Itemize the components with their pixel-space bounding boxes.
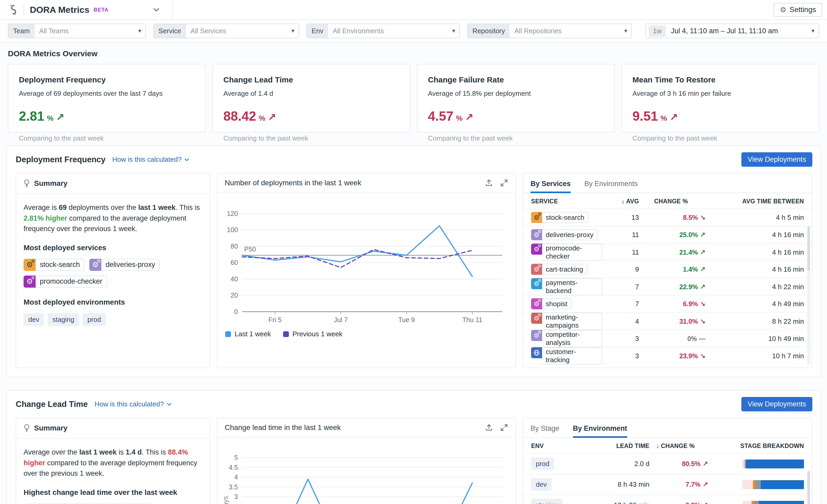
export-icon[interactable] bbox=[485, 424, 493, 432]
top-bar: DORA Metrics BETA ⚙ Settings bbox=[0, 0, 827, 20]
service-chip[interactable]: ⚙⚙competitor-analysis bbox=[531, 330, 602, 347]
clt-table-header: ENV LEAD TIME ↓CHANGE % STAGE BREAKDOWN bbox=[523, 438, 812, 453]
col-env: ENV bbox=[531, 443, 571, 450]
col-avg-time: AVG TIME BETWEEN bbox=[715, 198, 804, 205]
env-tag[interactable]: prod bbox=[531, 457, 554, 470]
table-row[interactable]: dev8 h 43 min7.7%↗ bbox=[523, 474, 812, 495]
df-summary-card: Summary Average is 69 deployments over t… bbox=[16, 173, 210, 368]
filter-team[interactable]: TeamAll Teams▾ bbox=[8, 23, 146, 38]
service-chip[interactable]: ⚙⚙promocode-checker bbox=[23, 276, 107, 288]
legend-item[interactable]: Last 1 week bbox=[225, 330, 271, 338]
fullscreen-icon[interactable] bbox=[500, 179, 508, 187]
svg-text:Thu 11: Thu 11 bbox=[462, 316, 482, 324]
caret-down-icon: ▾ bbox=[291, 27, 294, 34]
table-row[interactable]: ⚙⚙cart-tracking91.4%↗4 h 16 min bbox=[523, 260, 812, 278]
table-row[interactable]: ⚙⚙deliveries-proxy1125.0%↗4 h 16 min bbox=[523, 226, 812, 243]
change-percent: 21.4%↗ bbox=[639, 248, 715, 256]
metric-card-title: Change Failure Rate bbox=[428, 75, 603, 84]
service-chip[interactable]: ⚙⚙cart-tracking bbox=[531, 264, 602, 275]
service-chip[interactable]: ⚙⚙deliveries-proxy bbox=[89, 259, 160, 271]
deployments-line-chart[interactable]: 020406080100120Fri 5Jul 7Tue 9Thu 11P50 bbox=[223, 197, 509, 327]
clt-chart-plot[interactable]: 00.511.522.533.544.55Fri 5Jul 7Tue 9Thu … bbox=[217, 438, 516, 504]
avg-time-between: 4 h 22 min bbox=[715, 283, 804, 291]
how-calculated-link[interactable]: How is this calculated? bbox=[112, 156, 189, 164]
sort-down-icon[interactable]: ↓ bbox=[656, 443, 660, 449]
gears-icon: ⚙⚙ bbox=[531, 330, 542, 341]
env-tag[interactable]: prod bbox=[83, 313, 106, 326]
filter-env[interactable]: EnvAll Environments▾ bbox=[306, 23, 460, 38]
dashboard-switcher-chevron[interactable] bbox=[153, 7, 160, 12]
env-tag[interactable]: dev bbox=[531, 478, 551, 491]
table-row[interactable]: staging12 h 36 min0.9%↗ bbox=[523, 495, 812, 504]
gears-icon: ⚙⚙ bbox=[89, 259, 101, 271]
deployment-frequency-body: Summary Average is 69 deployments over t… bbox=[7, 172, 820, 377]
how-calculated-link[interactable]: How is this calculated? bbox=[95, 400, 172, 408]
dora-metrics-page: DORA Metrics BETA ⚙ Settings TeamAll Tea… bbox=[0, 0, 827, 504]
service-chip[interactable]: ⚙⚙stock-search bbox=[23, 259, 85, 271]
export-icon[interactable] bbox=[485, 179, 493, 187]
lead-time-line-chart[interactable]: 00.511.522.533.544.55Fri 5Jul 7Tue 9Thu … bbox=[223, 441, 509, 504]
service-chip[interactable]: ⚙⚙payments-backend bbox=[531, 278, 602, 295]
service-chip[interactable]: ⚙⚙deliveries-proxy bbox=[531, 229, 602, 240]
service-chip[interactable]: customer-tracking bbox=[531, 347, 602, 365]
env-tag[interactable]: staging bbox=[531, 499, 563, 504]
table-row[interactable]: prod2.0 d80.5%↗ bbox=[523, 453, 812, 474]
service-chip[interactable]: ⚙⚙marketing-campaigns bbox=[531, 313, 602, 330]
date-range-picker[interactable]: 1wJul 4, 11:10 am – Jul 11, 11:10 am▾ bbox=[645, 23, 819, 38]
table-row[interactable]: ⚙⚙shopist76.9%↘4 h 49 min bbox=[523, 295, 812, 312]
change-percent: 0.9%↗ bbox=[649, 501, 718, 504]
service-name: deliveries-proxy bbox=[542, 229, 598, 240]
table-row[interactable]: ⚙⚙payments-backend722.9%↗4 h 22 min bbox=[523, 278, 812, 295]
clt-summary-body: Average over the last 1 week is 1.4 d. T… bbox=[16, 439, 209, 504]
service-chip[interactable]: ⚙⚙stock-search bbox=[531, 212, 602, 223]
metric-card-title: Deployment Frequency bbox=[19, 75, 195, 84]
overview-cards-row: Deployment FrequencyAverage of 69 deploy… bbox=[8, 64, 819, 132]
service-cell: customer-tracking bbox=[531, 347, 602, 365]
scrollbar-thumb[interactable] bbox=[807, 226, 810, 271]
change-lead-time-body: Summary Average over the last 1 week is … bbox=[7, 416, 820, 504]
env-tag[interactable]: dev bbox=[23, 313, 44, 326]
env-tag[interactable]: staging bbox=[48, 313, 79, 326]
change-value: 0.9% bbox=[686, 501, 700, 504]
col-service: SERVICE bbox=[531, 198, 602, 205]
page-title: DORA Metrics bbox=[30, 5, 89, 15]
stage-breakdown-bar bbox=[742, 459, 804, 468]
view-deployments-button[interactable]: View Deployments bbox=[741, 152, 812, 167]
tab-by-stage[interactable]: By Stage bbox=[531, 425, 560, 437]
change-value: 8.5% bbox=[683, 214, 698, 221]
env-cell: dev bbox=[531, 481, 571, 489]
fullscreen-icon[interactable] bbox=[500, 424, 508, 432]
table-row[interactable]: ⚙⚙marketing-campaigns431.0%↘8 h 22 min bbox=[523, 312, 812, 329]
scrollbar[interactable] bbox=[807, 226, 810, 365]
stage-breakdown-bar bbox=[742, 501, 804, 504]
filter-repository[interactable]: RepositoryAll Repositories▾ bbox=[467, 23, 632, 38]
table-row[interactable]: ⚙⚙promocode-checker1121.4%↗4 h 16 min bbox=[523, 243, 812, 260]
svg-text:Jul 7: Jul 7 bbox=[334, 316, 348, 324]
settings-button[interactable]: ⚙ Settings bbox=[774, 3, 822, 17]
scrollbar[interactable] bbox=[807, 470, 810, 504]
tab-by-environments[interactable]: By Environments bbox=[584, 180, 638, 192]
svg-text:4: 4 bbox=[234, 473, 238, 481]
view-deployments-button[interactable]: View Deployments bbox=[741, 397, 812, 411]
tab-by-environment[interactable]: By Environment bbox=[573, 425, 627, 437]
service-chip[interactable]: ⚙⚙shopist bbox=[531, 298, 602, 309]
trend-up-icon: ↗ bbox=[700, 231, 706, 239]
most-deployed-services-list: ⚙⚙stock-search⚙⚙deliveries-proxy⚙⚙promoc… bbox=[23, 259, 202, 288]
df-chart-plot[interactable]: 020406080100120Fri 5Jul 7Tue 9Thu 11P50 bbox=[217, 193, 516, 327]
filter-service[interactable]: ServiceAll Services▾ bbox=[153, 23, 299, 38]
legend-item[interactable]: Previous 1 week bbox=[283, 330, 343, 338]
chevron-down-icon bbox=[166, 402, 172, 406]
table-row[interactable]: ⚙⚙stock-search138.5%↘4 h 5 min bbox=[523, 209, 812, 226]
svg-text:120: 120 bbox=[227, 210, 238, 217]
filter-label: Env bbox=[307, 24, 328, 38]
table-row[interactable]: ⚙⚙competitor-analysis30%—10 h 49 min bbox=[523, 329, 812, 347]
service-chip[interactable]: ⚙⚙promocode-checker bbox=[531, 244, 602, 261]
gears-icon: ⚙⚙ bbox=[531, 244, 542, 255]
change-percent: 6.9%↘ bbox=[639, 300, 715, 308]
section-title: Deployment Frequency bbox=[16, 155, 105, 164]
scrollbar-thumb[interactable] bbox=[807, 471, 810, 504]
tab-by-services[interactable]: By Services bbox=[531, 180, 571, 192]
sort-down-icon[interactable]: ↓ bbox=[622, 198, 625, 205]
table-row[interactable]: customer-tracking323.9%↘10 h 7 min bbox=[523, 347, 812, 364]
svg-text:Days: Days bbox=[223, 496, 229, 504]
